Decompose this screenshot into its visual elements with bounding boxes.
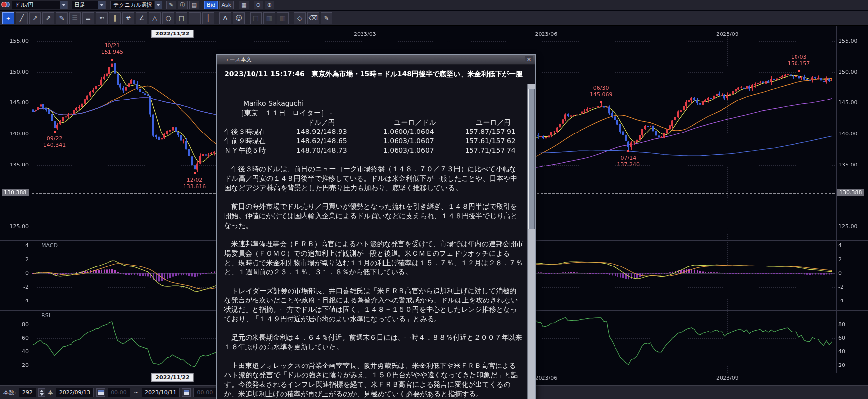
icon-stamp-tool[interactable]: ☺ — [233, 12, 245, 24]
polygon-tool[interactable]: △ — [149, 12, 161, 24]
rates-header-cell — [224, 118, 296, 127]
news-paragraph: 上田東短フォレックスの営業企画室室長、阪井勇蔵氏は、米金利低下や米ＦＲＢ高官によ… — [224, 361, 523, 399]
select-shape-tool[interactable]: ◇ — [294, 12, 306, 24]
trading-app: 155.00155.00150.00150.00145.00145.00140.… — [0, 0, 868, 399]
ray-line-tool[interactable]: ↗ — [29, 12, 41, 24]
rates-cell: 157.71/157.74 — [465, 146, 527, 155]
drawing-toolbar: ＋╱↗⇗✎☰≡≈∥#∠△○□─│A☺▤▥▦◇⌫✎ — [0, 11, 868, 26]
rates-cell: 157.87/157.91 — [465, 127, 527, 136]
news-paragraph: 前日の海外市場でドル売り／円買いが優勢となった流れを引き継ぎ、１４８円半ばで取引… — [224, 202, 523, 230]
text-tool[interactable]: A — [219, 12, 231, 24]
news-headline: 2023/10/11 15:17:46 東京外為市場・15時＝ドル148円後半で… — [217, 65, 535, 81]
zoom-out-button[interactable]: ⊖ — [254, 1, 263, 9]
news-article-body: Mariko Sakaguchi［東京 １１日 ロイター］ -ドル／円ユーロ／ド… — [217, 84, 527, 399]
horizontal-segment-tool[interactable]: ─ — [189, 12, 201, 24]
news-byline-line: ［東京 １１日 ロイター］ - — [237, 108, 523, 118]
chevron-down-icon[interactable] — [154, 1, 162, 9]
trend-line-tool[interactable]: ╱ — [16, 12, 28, 24]
rates-cell: 1.0600/1.0604 — [383, 127, 465, 136]
draw-pencil-button[interactable]: ✎ — [166, 1, 176, 9]
rates-cell: 148.70/148.73 — [296, 146, 383, 155]
rates-cell: 1.0603/1.0607 — [383, 136, 465, 146]
news-byline-line: Mariko Sakaguchi — [243, 99, 523, 108]
to-time-field[interactable]: 00:00 — [193, 388, 216, 397]
close-icon[interactable]: ✕ — [525, 56, 533, 63]
layer-front-tool: ▤ — [250, 12, 262, 24]
technical-selector-value: テクニカル選択 — [111, 1, 154, 9]
wave-line-tool[interactable]: ≈ — [96, 12, 108, 24]
rates-cell: 148.92/148.93 — [296, 127, 383, 136]
horizontal-lines-tool[interactable]: ☰ — [69, 12, 81, 24]
rates-table: ドル／円ユーロ／ドルユーロ／円午後３時現在148.92/148.931.0600… — [224, 118, 523, 155]
rates-header-cell: ドル／円 — [296, 118, 383, 127]
currency-pair-icon — [1, 1, 10, 8]
toolbar-button-row: ✎ⓘ▤BidAsk▦⊖⊕ — [166, 1, 274, 9]
grid-lines-tool[interactable]: # — [122, 12, 134, 24]
chevron-down-icon[interactable] — [98, 1, 105, 9]
eraser-tool[interactable]: ⌫ — [307, 12, 319, 24]
rates-cell: 午前９時現在 — [224, 136, 296, 146]
news-scrollbar[interactable] — [527, 84, 535, 399]
chart-panel-button[interactable]: ▤ — [189, 1, 199, 9]
calendar-icon[interactable] — [96, 388, 105, 397]
freehand-draw-tool[interactable]: ✎ — [56, 12, 68, 24]
stepper-up-icon[interactable] — [40, 390, 44, 392]
news-paragraph: 午後３時のドルは、前日のニューヨーク市場終盤（１４８．７０／７３円）に比べて小幅… — [224, 165, 523, 193]
ellipse-tool[interactable]: ○ — [162, 12, 174, 24]
crosshair-tool[interactable]: ＋ — [2, 12, 14, 24]
info-button[interactable]: ⓘ — [178, 1, 188, 9]
drawing-settings-tool[interactable]: ✎ — [321, 12, 332, 24]
bid-button[interactable]: Bid — [204, 1, 218, 9]
rates-cell: 午後３時現在 — [224, 127, 296, 136]
bar-unit-label: 本 — [48, 389, 53, 396]
layer-back-tool: ▥ — [263, 12, 275, 24]
parallel-lines-tool[interactable]: ∥ — [109, 12, 121, 24]
rates-cell: 148.62/148.65 — [296, 136, 383, 146]
from-date-field[interactable]: 2022/09/13 — [56, 388, 94, 397]
bar-count-stepper[interactable] — [38, 388, 45, 397]
news-window: ニュース本文 ✕ 2023/10/11 15:17:46 東京外為市場・15時＝… — [216, 54, 536, 399]
lock-drawing-tool: ▦ — [277, 12, 289, 24]
vertical-segment-tool[interactable]: │ — [202, 12, 214, 24]
calendar-icon[interactable] — [182, 388, 191, 397]
main-toolbar: ドル/円 日足 テクニカル選択 ✎ⓘ▤BidAsk▦⊖⊕ — [0, 0, 868, 10]
news-paragraph: トレイダーズ証券の市場部長、井口喜雄氏は「米ＦＲＢ高官から追加利上げに対して消極… — [224, 286, 523, 324]
bar-count-value[interactable]: 292 — [19, 388, 36, 397]
range-separator: ~ — [134, 389, 138, 396]
news-window-titlebar[interactable]: ニュース本文 ✕ — [217, 55, 535, 65]
rectangle-tool[interactable]: □ — [176, 12, 187, 24]
rates-cell: 1.0603/1.0607 — [383, 146, 465, 155]
technical-selector[interactable]: テクニカル選択 — [110, 1, 162, 9]
from-time-field[interactable]: 00:00 — [108, 388, 130, 397]
zoom-in-button[interactable]: ⊕ — [265, 1, 274, 9]
rates-cell: ＮＹ午後５時 — [224, 146, 296, 155]
pair-selector-value: ドル/円 — [12, 1, 60, 9]
pair-selector[interactable]: ドル/円 — [12, 1, 68, 9]
chevron-down-icon[interactable] — [60, 1, 67, 9]
extended-line-tool[interactable]: ⇗ — [42, 12, 54, 24]
news-paragraph: 足元の米長期金利は４．６４％付近。前週末６日には、一時４．８８％付近と２００７年… — [224, 333, 523, 352]
news-paragraph: 米連邦準備理事会（ＦＲＢ）高官によるハト派的な発言を受けて、市場では年内の連邦公… — [224, 239, 523, 277]
news-window-title: ニュース本文 — [218, 56, 252, 63]
grid-settings-button[interactable]: ▦ — [239, 1, 249, 9]
bar-count-label: 本数: — [3, 389, 16, 396]
scrollbar-thumb[interactable] — [528, 89, 535, 229]
timeframe-selector[interactable]: 日足 — [72, 1, 106, 9]
timeframe-selector-value: 日足 — [72, 1, 98, 9]
stepper-down-icon[interactable] — [40, 393, 44, 396]
rates-cell: 157.61/157.62 — [465, 136, 527, 146]
fibonacci-tool[interactable]: ≡ — [82, 12, 94, 24]
to-date-field[interactable]: 2023/10/11 — [142, 388, 180, 397]
news-byline: Mariko Sakaguchi［東京 １１日 ロイター］ - — [224, 99, 523, 118]
rates-header-cell: ユーロ／円 — [465, 118, 527, 127]
angle-line-tool[interactable]: ∠ — [136, 12, 147, 24]
rates-header-cell: ユーロ／ドル — [383, 118, 465, 127]
ask-button[interactable]: Ask — [219, 1, 234, 9]
